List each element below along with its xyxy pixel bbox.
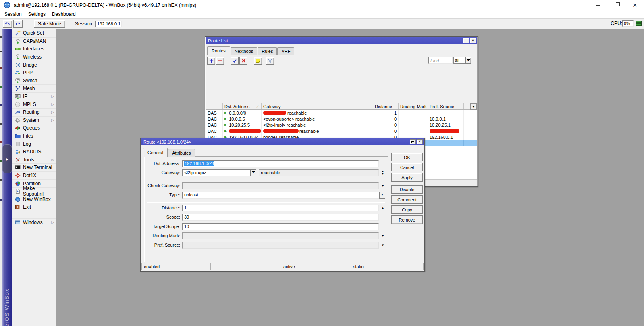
column-flags[interactable] (206, 103, 223, 109)
sidebar-item-interfaces[interactable]: Interfaces (12, 45, 56, 53)
remove-route-button[interactable] (216, 57, 224, 65)
minimize-button[interactable] (588, 0, 607, 10)
tab-routes[interactable]: Routes (207, 46, 230, 55)
disable-route-button[interactable] (239, 57, 247, 65)
target-scope-input[interactable]: 10 (182, 223, 379, 230)
enable-route-button[interactable] (231, 57, 239, 65)
dst-address-input[interactable]: 192.168.1.0/24 (182, 160, 379, 167)
route-list-close-button[interactable]: × (470, 38, 476, 43)
redaction-mark (430, 129, 459, 133)
restore-button[interactable] (607, 0, 625, 10)
check-gateway-dropdown-arrow[interactable]: ▼ (380, 184, 385, 188)
ok-button[interactable]: OK (391, 153, 423, 161)
tab-attributes[interactable]: Attributes (168, 149, 195, 157)
column-options-button[interactable]: ▼ (470, 103, 477, 110)
gateway-add-remove-buttons[interactable]: ▲▼ (380, 170, 385, 175)
sidebar-item-mpls[interactable]: MPLS ▷ (12, 100, 56, 109)
sidebar-item-bridge[interactable]: Bridge (12, 61, 56, 69)
sidebar-item-log[interactable]: Log (12, 140, 56, 148)
cpu-graph-icon[interactable] (636, 21, 642, 26)
sidebar-item-switch[interactable]: Switch (12, 77, 56, 85)
route-dialog-close-button[interactable]: × (417, 139, 423, 144)
sidebar-item-new-winbox[interactable]: New WinBox (12, 195, 56, 203)
sidebar-item-windows[interactable]: Windows ▷ (12, 219, 56, 227)
queues-icon (15, 125, 21, 131)
gateway-dropdown-button[interactable]: ▼ (250, 169, 256, 176)
routing-mark-dropdown-arrow[interactable]: ▼ (380, 234, 385, 238)
sidebar-item-radius[interactable]: RADIUS (12, 148, 56, 156)
filter-scope-select[interactable]: all ▼ (453, 57, 471, 64)
sidebar-item-wireless[interactable]: Wireless (12, 53, 56, 61)
menu-settings[interactable]: Settings (26, 10, 50, 18)
column-dst-address[interactable]: Dst. Address∕ (223, 103, 262, 109)
redo-button[interactable] (13, 20, 23, 28)
route-list-maximize-button[interactable] (463, 38, 469, 43)
route-row[interactable]: DAC ▶10.20.25.5 <l2tp-irupi> reachable 0… (206, 122, 477, 128)
sidebar-item-mesh[interactable]: Mesh (12, 85, 56, 93)
comment-button[interactable] (254, 57, 262, 65)
distance-up-arrow[interactable]: ▲ (380, 206, 385, 210)
apply-button[interactable]: Apply (391, 173, 423, 182)
type-dropdown-button[interactable]: ▼ (379, 192, 385, 199)
cancel-button[interactable]: Cancel (391, 163, 423, 171)
column-gateway[interactable]: Gateway (262, 103, 373, 109)
session-input[interactable]: 192.168.0.1 (95, 21, 122, 27)
sidebar-item-quick-set[interactable]: Quick Set (12, 29, 56, 38)
sidebar-item-make-supout[interactable]: Make Supout.rif (12, 188, 56, 196)
route-dialog-titlebar[interactable]: Route <192.168.1.0/24> × (141, 138, 424, 145)
close-button[interactable]: ✕ (625, 0, 644, 10)
sidebar-item-files[interactable]: Files (12, 132, 56, 140)
edge-fragment (0, 86, 2, 88)
column-distance[interactable]: Distance (373, 103, 399, 109)
add-route-button[interactable] (207, 57, 215, 65)
menu-dashboard[interactable]: Dashboard (50, 10, 80, 18)
comment-button[interactable]: Comment (391, 195, 423, 204)
sidebar-item-label: Exit (23, 204, 31, 210)
sidebar-collapse-handle[interactable]: ▶ (2, 144, 12, 173)
sidebar-item-routing[interactable]: Routing ▷ (12, 109, 56, 117)
route-dialog-maximize-button[interactable] (410, 139, 416, 144)
sidebar-item-tools[interactable]: Tools ▷ (12, 156, 56, 164)
route-row[interactable]: DAC ▶10.0.0.5 <ovpn-suporte> reachable 0… (206, 116, 477, 122)
column-pref-source[interactable]: Pref. Source (428, 103, 464, 109)
sidebar-item-dot1x[interactable]: Dot1X (12, 172, 56, 180)
sidebar-item-system[interactable]: System ▷ (12, 117, 56, 125)
sidebar-item-queues[interactable]: Queues (12, 124, 56, 132)
column-routing-mark[interactable]: Routing Mark (399, 103, 428, 109)
disable-button[interactable]: Disable (391, 185, 423, 194)
route-row[interactable]: DAS ▶0.0.0.0/0 reachable 1 (206, 110, 477, 116)
safe-mode-button[interactable]: Safe Mode (34, 20, 65, 28)
sidebar-item-label: IP (23, 94, 27, 99)
route-row[interactable]: DAC ▶ reachable 0 (206, 128, 477, 134)
sidebar-item-ppp[interactable]: PPP (12, 69, 56, 77)
pref-source-dropdown-arrow[interactable]: ▼ (380, 243, 385, 247)
gateway-input[interactable]: <l2tp-irupi> (182, 169, 251, 176)
scope-input[interactable]: 30 (182, 214, 379, 221)
redaction-mark (263, 111, 286, 115)
sidebar-item-capsman[interactable]: CAPsMAN (12, 38, 56, 46)
remove-button[interactable]: Remove (391, 215, 423, 224)
distance-label: Distance: (147, 205, 182, 210)
distance-input[interactable]: 1 (182, 205, 379, 211)
route-list-titlebar[interactable]: Route List × (206, 37, 477, 44)
find-input[interactable] (428, 57, 453, 64)
quick-set-icon (15, 30, 21, 36)
menu-session[interactable]: Session (2, 10, 26, 18)
type-input[interactable]: unicast (182, 192, 379, 199)
routing-mark-input[interactable] (182, 232, 379, 239)
check-gateway-input[interactable] (182, 182, 379, 189)
tab-vrf[interactable]: VRF (277, 47, 294, 55)
copy-button[interactable]: Copy (391, 205, 423, 214)
tab-rules[interactable]: Rules (258, 47, 277, 55)
sidebar-item-label: Interfaces (23, 46, 44, 52)
sidebar-item-exit[interactable]: Exit (12, 203, 56, 211)
filter-button[interactable] (266, 57, 274, 65)
sidebar-item-label: Wireless (23, 54, 42, 60)
pref-source-input[interactable] (182, 242, 379, 249)
dropdown-button[interactable]: ▼ (465, 57, 471, 64)
sidebar-item-new-terminal[interactable]: New Terminal (12, 164, 56, 172)
tab-nexthops[interactable]: Nexthops (231, 47, 257, 55)
undo-button[interactable] (3, 20, 12, 28)
sidebar-item-ip[interactable]: 255 IP ▷ (12, 93, 56, 101)
tab-general[interactable]: General (143, 148, 168, 157)
